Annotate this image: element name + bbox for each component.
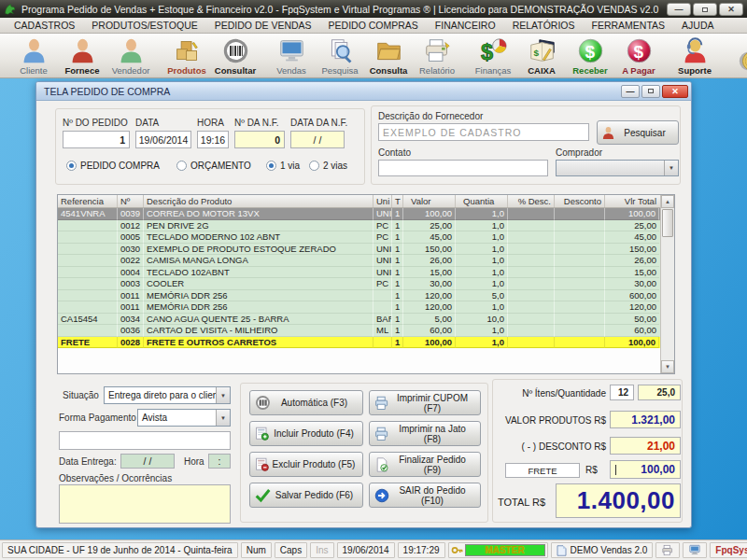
column-header[interactable]: % Desc. (508, 195, 555, 207)
salvar-pedido-button[interactable]: Salvar Pedido (F6) (249, 483, 363, 508)
invoice-number-field[interactable]: 0 (234, 131, 285, 148)
child-close-button[interactable]: ✕ (662, 85, 688, 98)
pesquisar-button[interactable]: Pesquisar (597, 120, 679, 145)
menu-item[interactable]: PEDIDO COMPRAS (320, 18, 427, 33)
column-header[interactable]: T (392, 195, 403, 207)
scrollbar-thumb[interactable] (662, 209, 673, 237)
toolbar-fornecedor-button[interactable]: Fornece (58, 34, 106, 77)
toolbar-receber-button[interactable]: $ Receber (566, 34, 614, 77)
menu-item[interactable]: PRODUTOS/ESTOQUE (83, 18, 205, 33)
sair-pedido-button[interactable]: SAIR do Pedido (F10) (369, 483, 481, 508)
scroll-up-icon[interactable]: ▲ (661, 195, 674, 208)
toolbar-consultar-button[interactable]: Consultar (211, 34, 260, 77)
menu-item[interactable]: RELATÓRIOS (504, 18, 584, 33)
table-row[interactable]: 0012 PEN DRIVE 2G PC 1 25,00 1,0 25,00 (58, 220, 660, 232)
table-row[interactable]: 0036 CARTAO DE VISITA - MILHEIRO ML 1 60… (58, 325, 660, 337)
excluir-produto-button[interactable]: Excluir Produto (F5) (249, 452, 363, 477)
payment-extra-field[interactable] (59, 431, 231, 450)
child-maximize-button[interactable] (641, 85, 660, 98)
frete-button[interactable]: FRETE (505, 463, 580, 478)
order-time-field[interactable]: 19:16 (197, 131, 229, 148)
menu-item[interactable]: FINANCEIRO (427, 18, 504, 33)
finalizar-pedido-button[interactable]: Finalizar Pedido (F9) (369, 452, 481, 477)
child-titlebar: TELA PEDIDO DE COMPRA — ✕ (36, 82, 691, 101)
toolbar-produtos-button[interactable]: Produtos (162, 34, 211, 77)
invoice-date-label: DATA DA N.F. (290, 118, 347, 128)
radio-1-via[interactable]: 1 via (266, 161, 300, 171)
toolbar-consulta-button[interactable]: Consulta (364, 34, 413, 77)
toolbar-caixa-button[interactable]: $ CAIXA (517, 34, 566, 77)
scroll-down-icon[interactable]: ▼ (661, 360, 674, 373)
automatica-button[interactable]: Automática (F3) (249, 390, 363, 415)
delivery-time-label: Hora (184, 456, 204, 467)
column-header[interactable]: Valor (403, 195, 456, 207)
buyer-select[interactable]: ▼ (556, 160, 679, 176)
printer-icon (374, 396, 389, 411)
order-date-field[interactable]: 19/06/2014 (135, 131, 191, 148)
invoice-date-field[interactable]: / / (290, 131, 345, 148)
radio-2-vias[interactable]: 2 vias (309, 161, 347, 171)
child-minimize-button[interactable]: — (621, 85, 640, 98)
order-number-label: Nº DO PEDIDO (63, 118, 128, 128)
frete-value-field[interactable]: 100,00 (610, 460, 681, 479)
seller-person-icon (118, 37, 145, 64)
delivery-time-field[interactable]: : (208, 454, 231, 469)
table-row[interactable]: 0004 TECLADO 102ABNT UNI 1 15,00 1,0 15,… (58, 267, 660, 279)
table-row[interactable]: 0030 EXEMPLO DE PRODUTO ESTOQUE ZERADO U… (58, 244, 660, 256)
minimize-button[interactable]: — (667, 3, 691, 16)
status-time: 19:17:29 (398, 542, 445, 558)
column-header[interactable]: Desconto (555, 195, 605, 207)
order-number-field[interactable]: 1 (63, 131, 130, 148)
menu-item[interactable]: AJUDA (673, 18, 722, 33)
column-header[interactable]: Quantia (456, 195, 508, 207)
folder-icon (375, 37, 402, 64)
contact-field[interactable] (378, 160, 548, 176)
table-row[interactable]: CA15454 0034 CANO AGUA QUENTE 25 - BARRA… (58, 314, 660, 326)
toolbar-financas-button[interactable]: $ Finanças (469, 34, 517, 77)
table-row[interactable]: 0011 MEMÓRIA DDR 256 1 120,00 5,0 600,00 (58, 290, 660, 302)
toolbar-apagar-button[interactable]: $ A Pagar (614, 34, 663, 77)
table-row[interactable]: 0022 CAMISA MANGA LONGA UNI 1 26,00 1,0 … (58, 255, 660, 267)
radio-pedido-compra[interactable]: PEDIDO COMPRA (66, 161, 160, 171)
restore-button[interactable] (693, 3, 717, 16)
imprimir-cupom-button[interactable]: Imprimir CUPOM (F7) (369, 390, 481, 415)
close-button[interactable]: ✕ (719, 3, 743, 16)
incluir-produto-button[interactable]: Incluir Produto (F4) (249, 421, 363, 446)
printer-icon (424, 37, 451, 64)
column-header[interactable]: Descrição do Produto (144, 195, 374, 207)
imprimir-jato-button[interactable]: Imprimir na Jato (F8) (369, 421, 481, 446)
menu-item[interactable]: FERRAMENTAS (584, 18, 674, 33)
delivery-date-field[interactable]: / / (120, 454, 175, 469)
check-icon (255, 487, 271, 503)
table-row[interactable]: 4541VNRA 0039 CORREA DO MOTOR 13VX UNI 1… (58, 208, 660, 220)
menu-item[interactable]: CADASTROS (6, 18, 83, 33)
toolbar-cliente-button[interactable]: Cliente (9, 34, 58, 77)
toolbar-suporte-button[interactable]: Suporte (670, 34, 719, 77)
supplier-name-field[interactable]: EXEMPLO DE CADASTRO (378, 123, 589, 141)
mdi-desktop: TELA PEDIDO DE COMPRA — ✕ Nº DO PEDIDO 1… (0, 78, 747, 539)
toolbar-coin-button[interactable]: $ (726, 34, 747, 77)
order-date-label: DATA (135, 118, 159, 128)
table-row[interactable]: 0011 MEMÓRIA DDR 256 1 120,00 1,0 120,00 (58, 301, 660, 314)
table-row[interactable]: 0003 COOLER PC 1 30,00 1,0 30,00 (58, 278, 660, 290)
toolbar-pesquisa-button[interactable]: Pesquisa (316, 34, 364, 77)
table-scrollbar[interactable]: ▲ ▼ (660, 195, 674, 373)
situacao-select[interactable]: Entrega direto para o cliente ▼ (104, 386, 231, 404)
toolbar-relatorio-button[interactable]: Relatório (413, 34, 461, 77)
payment-select[interactable]: Avista ▼ (137, 409, 231, 427)
table-row[interactable]: 0005 TECLADO MODERNO 102 ABNT PC 1 45,00… (58, 231, 660, 244)
column-header[interactable]: Nº (118, 195, 144, 207)
radio-orcamento[interactable]: ORÇAMENTO (176, 161, 251, 171)
column-header[interactable]: Uni (374, 195, 392, 207)
payment-label: Forma Pagamento (59, 413, 136, 423)
table-rows: 4541VNRA 0039 CORREA DO MOTOR 13VX UNI 1… (58, 208, 660, 348)
menu-item[interactable]: PEDIDO DE VENDAS (206, 18, 320, 33)
column-header[interactable]: Vlr Total (605, 195, 659, 207)
table-row[interactable]: FRETE 0028 FRETE E OUTROS CARRETOS 1 100… (58, 337, 660, 349)
observations-textarea[interactable] (59, 484, 231, 524)
toolbar-vendedor-button[interactable]: Vendedor (106, 34, 155, 77)
column-header[interactable]: Referencia (58, 195, 118, 207)
frete-currency-label: R$ (585, 465, 598, 475)
toolbar-vendas-button[interactable]: Vendas (267, 34, 316, 77)
quantity-total-field: 25,0 (638, 385, 681, 400)
